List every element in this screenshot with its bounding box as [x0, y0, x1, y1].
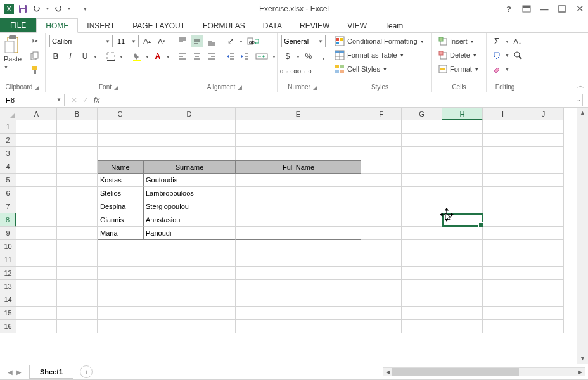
cell[interactable]: [16, 280, 57, 293]
cell[interactable]: [523, 227, 564, 240]
cell[interactable]: [143, 320, 236, 333]
cell[interactable]: [402, 267, 442, 280]
autosum-icon[interactable]: Σ: [490, 35, 503, 48]
row-header[interactable]: 7: [0, 200, 16, 213]
cell[interactable]: [402, 320, 442, 333]
cell[interactable]: [442, 293, 483, 307]
save-icon[interactable]: [16, 3, 29, 15]
cell-styles-button[interactable]: Cell Styles▼: [332, 63, 390, 75]
increase-font-icon[interactable]: A▴: [141, 35, 153, 48]
cell[interactable]: [143, 253, 236, 267]
row-header[interactable]: 5: [0, 174, 16, 187]
cell[interactable]: [16, 253, 57, 267]
cell[interactable]: [483, 160, 523, 174]
cell[interactable]: [16, 307, 57, 320]
minimize-icon[interactable]: —: [539, 3, 550, 15]
cell[interactable]: [361, 307, 402, 320]
tab-data[interactable]: DATA: [254, 19, 291, 32]
decrease-decimal-icon[interactable]: .00→.0: [296, 65, 309, 78]
cell[interactable]: [236, 293, 361, 307]
vertical-scrollbar[interactable]: ▲ ▼: [577, 108, 588, 364]
copy-icon[interactable]: [29, 49, 41, 62]
format-painter-icon[interactable]: [29, 64, 41, 77]
find-select-icon[interactable]: [511, 49, 524, 61]
cell[interactable]: [98, 280, 143, 293]
cell[interactable]: [442, 267, 483, 280]
dialog-launcher-icon[interactable]: ◢: [35, 84, 39, 91]
cell[interactable]: [483, 240, 523, 253]
cell[interactable]: [57, 147, 98, 160]
add-sheet-button[interactable]: +: [80, 365, 93, 378]
cell[interactable]: [143, 120, 236, 134]
cell[interactable]: [361, 227, 402, 240]
cell[interactable]: [442, 213, 483, 227]
sheet-prev-icon[interactable]: ◀: [8, 369, 13, 376]
cell[interactable]: Surname: [143, 160, 236, 174]
cell[interactable]: [98, 253, 143, 267]
conditional-formatting-button[interactable]: Conditional Formatting▼: [332, 35, 427, 48]
cell[interactable]: [523, 280, 564, 293]
cell[interactable]: [57, 227, 98, 240]
column-header[interactable]: E: [236, 108, 361, 120]
cell[interactable]: [402, 160, 442, 174]
cell[interactable]: Goutoudis: [143, 174, 236, 187]
cell[interactable]: [361, 240, 402, 253]
cell[interactable]: [442, 227, 483, 240]
comma-format-icon[interactable]: ,: [317, 50, 329, 63]
cell[interactable]: [361, 174, 402, 187]
cell[interactable]: [523, 174, 564, 187]
cell[interactable]: [361, 187, 402, 200]
row-header[interactable]: 6: [0, 187, 16, 200]
cell[interactable]: Stelios: [98, 187, 143, 200]
cell[interactable]: [402, 253, 442, 267]
help-icon[interactable]: ?: [503, 3, 514, 15]
sheet-tab[interactable]: Sheet1: [29, 365, 74, 379]
align-middle-icon[interactable]: [191, 35, 203, 48]
cell[interactable]: [523, 120, 564, 134]
cell[interactable]: [57, 187, 98, 200]
cell[interactable]: Kostas: [98, 174, 143, 187]
row-header[interactable]: 8: [0, 213, 16, 227]
cell[interactable]: [483, 174, 523, 187]
tab-view[interactable]: VIEW: [338, 19, 376, 32]
cell[interactable]: [236, 213, 361, 227]
cell[interactable]: [98, 293, 143, 307]
cell[interactable]: [523, 293, 564, 307]
cell[interactable]: [236, 227, 361, 240]
horizontal-scrollbar[interactable]: ◀▶: [118, 367, 588, 376]
cell[interactable]: [143, 134, 236, 147]
cell[interactable]: [442, 134, 483, 147]
scroll-down-icon[interactable]: ▼: [577, 353, 588, 364]
cut-icon[interactable]: ✂: [29, 35, 41, 48]
cell[interactable]: [16, 200, 57, 213]
fx-icon[interactable]: fx: [94, 96, 99, 104]
column-header[interactable]: B: [57, 108, 98, 120]
cell[interactable]: [236, 280, 361, 293]
row-header[interactable]: 16: [0, 320, 16, 333]
column-header[interactable]: J: [523, 108, 564, 120]
cell[interactable]: [16, 293, 57, 307]
cell[interactable]: [523, 213, 564, 227]
cell[interactable]: [402, 134, 442, 147]
cell[interactable]: [236, 320, 361, 333]
qat-customize-icon[interactable]: ▾: [79, 3, 91, 15]
cell[interactable]: [483, 293, 523, 307]
cell[interactable]: [402, 120, 442, 134]
cell[interactable]: [402, 227, 442, 240]
italic-button[interactable]: I: [64, 50, 77, 63]
cell[interactable]: [236, 267, 361, 280]
undo-icon[interactable]: [30, 3, 43, 15]
cell[interactable]: [236, 240, 361, 253]
cell[interactable]: [402, 240, 442, 253]
row-header[interactable]: 2: [0, 134, 16, 147]
cell[interactable]: [442, 187, 483, 200]
cell[interactable]: [236, 200, 361, 213]
cell[interactable]: [402, 213, 442, 227]
cell[interactable]: [98, 134, 143, 147]
cell[interactable]: Stergiopoulou: [143, 200, 236, 213]
chevron-down-icon[interactable]: ▼: [66, 3, 72, 15]
delete-cells-button[interactable]: Delete▼: [436, 49, 480, 61]
cell[interactable]: [143, 307, 236, 320]
cell[interactable]: [483, 320, 523, 333]
row-header[interactable]: 15: [0, 307, 16, 320]
